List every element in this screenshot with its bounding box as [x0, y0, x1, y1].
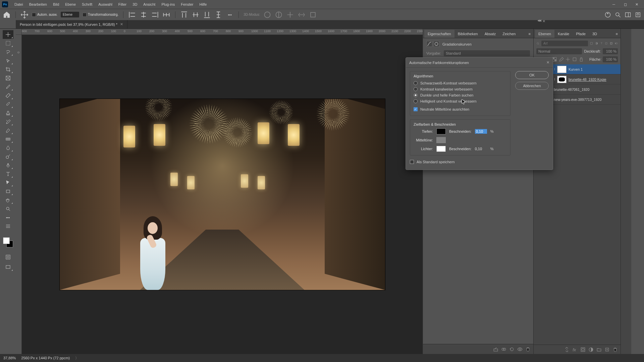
canvas-area[interactable]: 8007006005004003002001000100200300400500…: [16, 29, 423, 354]
tab-layers[interactable]: Ebenen: [535, 30, 554, 38]
window-maximize[interactable]: ◻: [620, 1, 631, 8]
edit-toolbar-icon[interactable]: [3, 222, 13, 231]
align-top-icon[interactable]: [180, 11, 188, 19]
filter-toggle-icon[interactable]: [615, 40, 618, 46]
window-close[interactable]: ✕: [631, 1, 642, 8]
eyedropper-tool[interactable]: [3, 82, 13, 91]
highlights-swatch[interactable]: [436, 146, 446, 152]
delete-adjustment-icon[interactable]: [525, 347, 531, 352]
dodge-tool[interactable]: [3, 152, 13, 161]
workspace-icon[interactable]: [625, 11, 631, 18]
lasso-tool[interactable]: [3, 48, 13, 56]
move-tool[interactable]: [3, 30, 13, 39]
quick-select-tool[interactable]: [3, 56, 13, 65]
type-tool[interactable]: [3, 170, 13, 178]
menu-image[interactable]: Bild: [50, 0, 62, 9]
midtones-swatch[interactable]: [436, 137, 446, 143]
distribute-h-icon[interactable]: [162, 11, 170, 19]
radio-dark-light[interactable]: Dunkle und helle Farben suchen: [414, 92, 507, 98]
menu-file[interactable]: Datei: [11, 0, 26, 9]
tab-close-icon[interactable]: ✕: [120, 22, 123, 26]
shadows-swatch[interactable]: [436, 128, 446, 134]
lock-pixels-icon[interactable]: [558, 57, 564, 62]
more-tools-icon[interactable]: •••: [3, 213, 13, 222]
filter-smart-icon[interactable]: [610, 40, 613, 46]
menu-layer[interactable]: Ebene: [62, 0, 79, 9]
tab-channels[interactable]: Kanäle: [554, 30, 573, 38]
radio-per-channel[interactable]: Kontrast kanalweise verbessern: [414, 86, 507, 92]
lock-position-icon[interactable]: [565, 57, 571, 62]
mask-link-icon[interactable]: ⁞: [553, 77, 556, 81]
layers-menu-icon[interactable]: ≡: [613, 30, 621, 38]
pen-tool[interactable]: [3, 161, 13, 170]
transform-controls-group[interactable]: Transformationsstrg.: [83, 13, 118, 17]
blend-mode-dropdown[interactable]: Normal: [536, 48, 582, 54]
blur-tool[interactable]: [3, 143, 13, 152]
hand-tool[interactable]: [3, 196, 13, 204]
share-icon[interactable]: [635, 11, 641, 18]
new-layer-icon[interactable]: [604, 347, 610, 352]
view-previous-icon[interactable]: [501, 347, 506, 352]
menu-window[interactable]: Fenster: [178, 0, 196, 9]
radio-icon[interactable]: [414, 81, 418, 85]
panel-menu-icon[interactable]: ≡: [526, 30, 533, 38]
lock-artboard-icon[interactable]: [572, 57, 577, 62]
layer-thumb-mask[interactable]: [557, 76, 567, 83]
delete-layer-icon[interactable]: [612, 347, 618, 352]
panel-collapse-icon[interactable]: ◀◀: [537, 19, 541, 22]
auto-select-group[interactable]: Autom. ausw.: [32, 13, 57, 17]
document-tab[interactable]: Person in bild einfügen.psdc bei 37,9% (…: [16, 20, 127, 28]
auto-select-checkbox[interactable]: [32, 13, 36, 17]
mask-type-icon[interactable]: [433, 41, 439, 47]
radio-brightness-contrast[interactable]: Helligkeit und Kontrast verbessern: [414, 98, 507, 104]
zoom-level[interactable]: 37,88%: [3, 356, 16, 360]
menu-filter[interactable]: Filter: [115, 0, 129, 9]
menu-type[interactable]: Schrift: [79, 0, 95, 9]
window-minimize[interactable]: ─: [608, 1, 619, 8]
menu-view[interactable]: Ansicht: [140, 0, 158, 9]
tab-3d[interactable]: 3D: [589, 30, 600, 38]
filter-type-icon[interactable]: [536, 40, 539, 46]
new-group-icon[interactable]: [596, 347, 602, 352]
auto-select-mode-dropdown[interactable]: Ebene: [61, 12, 79, 17]
layer-name-label[interactable]: brunette-48_1920 Kopie: [569, 77, 619, 81]
horizontal-ruler[interactable]: 8007006005004003002001000100200300400500…: [22, 29, 423, 35]
crop-tool[interactable]: [3, 65, 13, 74]
preset-dropdown[interactable]: Standard: [444, 50, 530, 56]
save-default-row[interactable]: Als Standard speichern: [410, 159, 511, 165]
dialog-close-icon[interactable]: ✕: [546, 60, 549, 65]
transform-checkbox[interactable]: [83, 13, 87, 17]
filter-adjust-icon[interactable]: [595, 40, 598, 46]
menu-help[interactable]: Hilfe: [196, 0, 210, 9]
layer-fx-icon[interactable]: fx: [572, 347, 578, 352]
stamp-tool[interactable]: [3, 109, 13, 117]
reset-icon[interactable]: [509, 347, 515, 352]
ok-button[interactable]: OK: [515, 71, 549, 79]
opacity-field[interactable]: 100 %: [603, 48, 618, 54]
search-icon[interactable]: [614, 11, 621, 18]
link-layers-icon[interactable]: [564, 347, 570, 352]
checkbox-icon[interactable]: [410, 160, 414, 164]
align-left-icon[interactable]: [128, 11, 136, 19]
filter-pixel-icon[interactable]: [590, 40, 593, 46]
frame-tool[interactable]: [3, 74, 13, 82]
filter-type-layer-icon[interactable]: [600, 40, 603, 46]
cloud-docs-icon[interactable]: [604, 11, 611, 18]
radio-icon[interactable]: [414, 87, 418, 91]
distribute-v-icon[interactable]: [214, 11, 222, 19]
status-chevron-icon[interactable]: 〉: [75, 356, 79, 361]
eraser-tool[interactable]: [3, 126, 13, 135]
menu-plugins[interactable]: Plug-ins: [158, 0, 178, 9]
fg-color-swatch[interactable]: [3, 237, 10, 244]
highlights-clip-input[interactable]: 0,10: [475, 147, 487, 151]
add-mask-icon[interactable]: [580, 347, 586, 352]
layer-name-label[interactable]: Kurven 1: [569, 67, 619, 71]
radio-icon[interactable]: [414, 93, 418, 97]
mask-link-icon[interactable]: ⁞: [553, 67, 556, 71]
fill-field[interactable]: 100 %: [603, 56, 618, 62]
quickmask-icon[interactable]: [3, 253, 13, 261]
filter-shape-icon[interactable]: [605, 40, 608, 46]
rectangle-tool[interactable]: [3, 187, 13, 196]
home-button[interactable]: [3, 11, 11, 19]
checkbox-icon[interactable]: [414, 107, 418, 111]
